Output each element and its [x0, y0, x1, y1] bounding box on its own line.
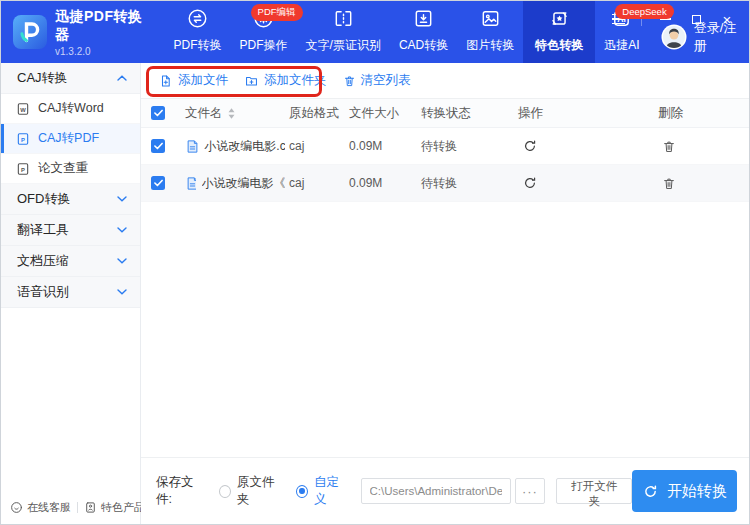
sidebar-group-translate[interactable]: 翻译工具 — [1, 215, 140, 246]
nav-ocr[interactable]: 文字/票证识别 — [297, 1, 390, 63]
file-size: 0.09M — [349, 176, 421, 190]
featured-products-label: 特色产品 — [101, 500, 145, 515]
nav-label: PDF转换 — [174, 37, 222, 54]
file-toolbar: 添加文件 添加文件夹 清空列表 — [141, 63, 749, 99]
convert-row-button[interactable] — [522, 138, 658, 154]
sidebar-item-caj-to-pdf[interactable]: P CAJ转PDF — [1, 124, 140, 154]
row-checkbox[interactable] — [151, 176, 165, 190]
avatar — [661, 24, 687, 50]
add-file-icon — [159, 74, 173, 88]
clear-list-button[interactable]: 清空列表 — [343, 72, 411, 89]
col-header-status: 转换状态 — [421, 105, 518, 122]
file-size: 0.09M — [349, 139, 421, 153]
nav-label: 图片转换 — [466, 37, 514, 54]
sidebar-group-speech[interactable]: 语音识别 — [1, 277, 140, 308]
radio-custom-folder[interactable]: 自定义 — [296, 474, 349, 508]
caj-file-icon — [185, 139, 198, 154]
svg-text:W: W — [20, 106, 26, 112]
file-name: 小说改编电影.caj — [204, 138, 285, 155]
group-label: 翻译工具 — [17, 221, 69, 239]
chevron-down-icon — [117, 258, 127, 264]
nav-special-convert[interactable]: 特色转换 — [523, 1, 595, 63]
col-header-action: 操作 — [518, 105, 658, 122]
convert-row-button[interactable] — [522, 175, 658, 191]
delete-row-button[interactable] — [662, 139, 749, 154]
radio-custom-label: 自定义 — [314, 474, 348, 508]
app-logo: 迅捷PDF转换器 v1.3.2.0 — [1, 1, 165, 63]
item-label: 论文查重 — [38, 160, 88, 177]
sidebar-group-compress[interactable]: 文档压缩 — [1, 246, 140, 277]
nav-pdf-convert[interactable]: PDF转换 — [165, 1, 231, 63]
app-logo-icon — [13, 15, 47, 49]
maximize-icon[interactable] — [688, 11, 704, 27]
radio-selected-icon — [296, 485, 308, 498]
add-file-label: 添加文件 — [178, 72, 228, 89]
radio-original-folder[interactable]: 原文件夹 — [219, 474, 283, 508]
app-version: v1.3.2.0 — [55, 46, 157, 57]
browse-path-button[interactable]: ··· — [515, 478, 546, 504]
trash-icon — [343, 74, 356, 88]
online-support-button[interactable]: 在线客服 — [10, 500, 71, 515]
main-content: 添加文件 添加文件夹 清空列表 — [141, 63, 749, 524]
file-format: caj — [289, 139, 349, 153]
table-row: 小说改编电影.caj caj 0.09M 待转换 — [141, 128, 749, 165]
nav-image-convert[interactable]: 图片转换 — [457, 1, 523, 63]
row-checkbox[interactable] — [151, 139, 165, 153]
app-title: 迅捷PDF转换器 — [55, 8, 157, 44]
nav-label: 迅捷AI — [604, 37, 639, 54]
sidebar-footer: 在线客服 特色产品 — [10, 500, 145, 515]
convert-refresh-icon — [642, 483, 659, 500]
file-name: 小说改编电影《了不... — [202, 175, 285, 192]
chevron-up-icon — [117, 75, 127, 81]
add-folder-icon — [244, 74, 259, 88]
nav-xunjie-ai[interactable]: DeepSeek Ai 迅捷AI — [595, 1, 648, 63]
add-folder-label: 添加文件夹 — [264, 72, 327, 89]
save-file-label: 保存文件: — [156, 474, 206, 508]
col-header-size: 文件大小 — [349, 105, 421, 122]
cad-convert-icon — [412, 6, 435, 30]
save-path-input[interactable] — [361, 478, 511, 504]
open-folder-button[interactable]: 打开文件夹 — [556, 478, 632, 504]
top-nav: PDF转换 PDF编辑 PDF操作 — [165, 1, 649, 63]
radio-original-label: 原文件夹 — [237, 474, 283, 508]
add-file-button[interactable]: 添加文件 — [159, 72, 228, 89]
table-header: 文件名 原始格式 文件大小 转换状态 操作 删除 — [141, 99, 749, 128]
group-label: OFD转换 — [17, 190, 70, 208]
nav-label: 文字/票证识别 — [306, 37, 381, 54]
special-convert-icon — [548, 6, 571, 30]
bottom-bar: 保存文件: 原文件夹 自定义 ··· 打开文件夹 开始转换 — [141, 457, 749, 524]
paper-doc-icon: P — [16, 162, 30, 176]
col-header-format: 原始格式 — [289, 105, 349, 122]
group-label: 文档压缩 — [17, 252, 69, 270]
svg-text:P: P — [21, 166, 25, 172]
caj-file-icon — [185, 176, 196, 191]
online-support-label: 在线客服 — [27, 500, 71, 515]
divider — [77, 502, 78, 513]
select-all-checkbox[interactable] — [151, 106, 165, 120]
start-convert-button[interactable]: 开始转换 — [632, 470, 737, 512]
svg-text:P: P — [21, 136, 25, 142]
sidebar-group-caj[interactable]: CAJ转换 — [1, 63, 140, 94]
group-label: 语音识别 — [17, 283, 69, 301]
sidebar-item-caj-to-word[interactable]: W CAJ转Word — [1, 94, 140, 124]
featured-products-button[interactable]: 特色产品 — [84, 500, 145, 515]
sidebar-group-ofd[interactable]: OFD转换 — [1, 184, 140, 215]
radio-icon — [219, 485, 231, 498]
nav-label: CAD转换 — [399, 37, 448, 54]
pdf-convert-icon — [186, 6, 209, 30]
sort-icon[interactable] — [228, 108, 235, 119]
close-icon[interactable]: × — [719, 11, 735, 27]
add-folder-button[interactable]: 添加文件夹 — [244, 72, 327, 89]
col-header-filename: 文件名 — [185, 105, 223, 122]
nav-pdf-operate[interactable]: PDF编辑 PDF操作 — [231, 1, 297, 63]
product-badge-icon — [84, 501, 97, 514]
app-window: 迅捷PDF转换器 v1.3.2.0 PDF转换 PDF编辑 — [0, 0, 750, 525]
word-doc-icon: W — [16, 102, 30, 116]
file-status: 待转换 — [421, 175, 518, 192]
sidebar-item-paper-check[interactable]: P 论文查重 — [1, 154, 140, 184]
nav-label: PDF操作 — [240, 37, 288, 54]
nav-cad-convert[interactable]: CAD转换 — [390, 1, 457, 63]
table-row: 小说改编电影《了不... caj 0.09M 待转换 — [141, 165, 749, 202]
item-label: CAJ转PDF — [38, 130, 99, 147]
delete-row-button[interactable] — [662, 176, 749, 191]
